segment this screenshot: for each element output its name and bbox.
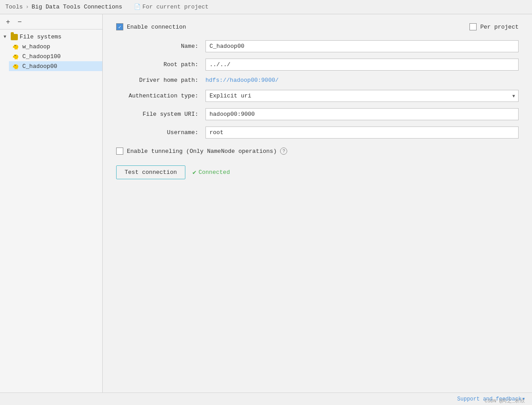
root-path-input[interactable] [205, 59, 519, 71]
add-button[interactable]: + [4, 17, 13, 26]
test-connection-button[interactable]: Test connection [116, 165, 185, 179]
root-path-row: Root path: [116, 59, 519, 71]
file-systems-group: ▼ File systems [0, 31, 102, 72]
hadoop-icon-2 [13, 53, 20, 60]
tunneling-checkbox[interactable] [116, 148, 123, 155]
svg-rect-5 [17, 49, 17, 50]
auth-type-select[interactable]: Explicit uri Simple Kerberos [205, 90, 519, 102]
main-content: Enable connection Per project Name: Root… [103, 14, 532, 405]
watermark: CSDN @向之_析欣 [485, 397, 525, 404]
bottom-bar: Support and feedback ▼ [0, 392, 532, 405]
name-row: Name: [116, 40, 519, 52]
enable-connection-checkbox[interactable] [116, 23, 123, 30]
project-label-wrapper: 📄 For current project [134, 4, 209, 10]
folder-icon [11, 34, 18, 40]
svg-rect-10 [15, 59, 16, 59]
sidebar-item-w-hadoop-label: w_hadoop [22, 43, 50, 50]
form-section: Enable connection Per project Name: Root… [116, 23, 519, 179]
enable-connection-label: Enable connection [127, 24, 186, 30]
sidebar: + − ▼ File systems [0, 14, 103, 405]
caret-icon: ▼ [4, 34, 9, 39]
svg-rect-16 [15, 68, 16, 69]
breadcrumb-tools[interactable]: Tools [5, 4, 23, 10]
per-project-checkbox[interactable] [469, 23, 477, 30]
driver-home-label: Driver home path: [116, 77, 205, 84]
hadoop-icon [13, 43, 20, 50]
driver-home-row: Driver home path: hdfs://hadoop00:9000/ [116, 77, 519, 84]
name-input[interactable] [205, 40, 519, 52]
remove-button[interactable]: − [15, 17, 24, 26]
main-layout: + − ▼ File systems [0, 14, 532, 405]
svg-point-15 [15, 65, 16, 66]
sidebar-item-c-hadoop00[interactable]: C_hadoop00 [9, 61, 102, 71]
sidebar-toolbar: + − [0, 14, 102, 30]
file-system-uri-input[interactable] [205, 108, 519, 120]
breadcrumb-separator: › [25, 4, 29, 10]
tree-children: w_hadoop C_hadoop100 [0, 42, 102, 71]
username-label: Username: [116, 129, 205, 136]
tunneling-label: Enable tunneling (Only NameNode operatio… [127, 148, 276, 155]
driver-home-field: hdfs://hadoop00:9000/ [205, 77, 519, 84]
auth-type-label: Authentication type: [116, 93, 205, 99]
hadoop-icon-3 [13, 63, 20, 70]
file-system-uri-field [205, 108, 519, 120]
svg-point-3 [15, 45, 16, 46]
per-project-label: Per project [480, 24, 519, 30]
svg-rect-11 [17, 59, 17, 59]
connected-label: Connected [198, 169, 230, 176]
project-icon: 📄 [134, 4, 141, 10]
connected-status: ✔ Connected [193, 169, 230, 176]
sidebar-item-c-hadoop100[interactable]: C_hadoop100 [9, 51, 102, 61]
tunneling-row: Enable tunneling (Only NameNode operatio… [116, 148, 519, 155]
name-field [205, 40, 519, 52]
root-path-field [205, 59, 519, 71]
file-system-uri-row: File system URI: [116, 108, 519, 120]
sidebar-item-c-hadoop100-label: C_hadoop100 [22, 53, 61, 60]
help-icon[interactable]: ? [280, 148, 287, 155]
auth-type-select-wrapper: Explicit uri Simple Kerberos ▼ [205, 90, 519, 102]
per-project-row: Per project [469, 23, 519, 30]
root-path-label: Root path: [116, 61, 205, 68]
breadcrumb-bar: Tools › Big Data Tools Connections 📄 For… [0, 0, 532, 14]
connected-check-icon: ✔ [193, 169, 196, 176]
file-system-uri-label: File system URI: [116, 111, 205, 118]
username-field [205, 127, 519, 139]
svg-rect-4 [15, 49, 16, 50]
enable-left: Enable connection [116, 23, 186, 30]
file-systems-parent[interactable]: ▼ File systems [0, 32, 102, 42]
file-systems-label: File systems [20, 34, 62, 40]
username-row: Username: [116, 127, 519, 139]
enable-row: Enable connection Per project [116, 23, 519, 30]
project-label-text: For current project [142, 4, 209, 10]
sidebar-item-c-hadoop00-label: C_hadoop00 [22, 63, 57, 70]
svg-rect-17 [17, 68, 17, 69]
name-label: Name: [116, 43, 205, 50]
username-input[interactable] [205, 127, 519, 139]
auth-type-row: Authentication type: Explicit uri Simple… [116, 90, 519, 102]
test-row: Test connection ✔ Connected [116, 165, 519, 179]
auth-type-field: Explicit uri Simple Kerberos ▼ [205, 90, 519, 102]
tree-area: ▼ File systems [0, 30, 102, 405]
breadcrumb-section: Big Data Tools Connections [32, 4, 122, 10]
driver-home-link[interactable]: hdfs://hadoop00:9000/ [205, 77, 279, 84]
svg-point-9 [15, 55, 16, 56]
sidebar-item-w-hadoop[interactable]: w_hadoop [9, 42, 102, 51]
